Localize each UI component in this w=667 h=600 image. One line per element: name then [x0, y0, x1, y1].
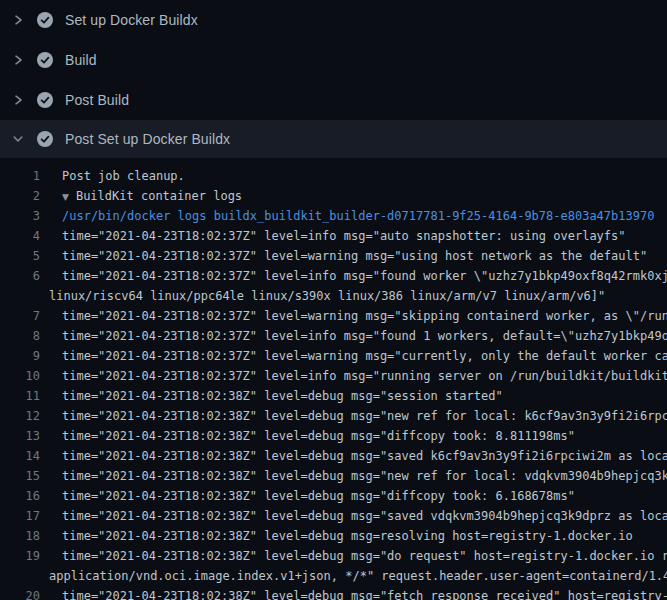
group-toggle-icon[interactable]: ▼ — [62, 192, 69, 202]
log-text: time="2021-04-23T18:02:37Z" level=warnin… — [62, 306, 667, 326]
line-number[interactable]: 10 — [0, 366, 40, 386]
check-circle-icon — [37, 131, 53, 147]
log-text: ▼BuildKit container logs — [62, 186, 242, 206]
log-line: 18 time="2021-04-23T18:02:38Z" level=deb… — [0, 526, 667, 546]
chevron-icon[interactable] — [11, 132, 25, 146]
log-text: time="2021-04-23T18:02:38Z" level=debug … — [62, 546, 667, 566]
log-line: 12 time="2021-04-23T18:02:38Z" level=deb… — [0, 406, 667, 426]
line-number[interactable]: 6 — [0, 266, 40, 286]
log-line: 15 time="2021-04-23T18:02:38Z" level=deb… — [0, 466, 667, 486]
log-text: time="2021-04-23T18:02:37Z" level=info m… — [62, 226, 626, 246]
line-number[interactable]: 13 — [0, 426, 40, 446]
step-row-build[interactable]: Build — [0, 40, 667, 80]
step-row-set-up-docker-buildx[interactable]: Set up Docker Buildx — [0, 0, 667, 40]
log-line: 4 time="2021-04-23T18:02:37Z" level=info… — [0, 226, 667, 246]
log-line: 20 time="2021-04-23T18:02:38Z" level=deb… — [0, 586, 667, 600]
command-text: /usr/bin/docker logs buildx_buildkit_bui… — [62, 206, 654, 226]
log-text: time="2021-04-23T18:02:38Z" level=debug … — [62, 526, 633, 546]
step-list: Set up Docker Buildx Build — [0, 0, 667, 158]
log-line: 16 time="2021-04-23T18:02:38Z" level=deb… — [0, 486, 667, 506]
log-text: time="2021-04-23T18:02:38Z" level=debug … — [62, 486, 575, 506]
line-number[interactable]: 12 — [0, 406, 40, 426]
check-circle-icon — [37, 12, 53, 28]
log-text: time="2021-04-23T18:02:37Z" level=info m… — [62, 366, 667, 386]
line-number[interactable]: 19 — [0, 546, 40, 566]
log-line: 2 ▼BuildKit container logs — [0, 186, 667, 206]
log-line: application/vnd.oci.image.index.v1+json,… — [0, 566, 667, 586]
chevron-right-icon — [12, 94, 24, 106]
log-line: 10 time="2021-04-23T18:02:37Z" level=inf… — [0, 366, 667, 386]
log-text: time="2021-04-23T18:02:37Z" level=info m… — [62, 266, 667, 286]
chevron-right-icon — [12, 14, 24, 26]
step-label: Post Build — [65, 93, 129, 107]
line-number[interactable]: 9 — [0, 346, 40, 366]
log-text: time="2021-04-23T18:02:37Z" level=info m… — [62, 326, 667, 346]
step-label: Build — [65, 53, 97, 67]
chevron-icon[interactable] — [11, 53, 25, 67]
log-line: 3 /usr/bin/docker logs buildx_buildkit_b… — [0, 206, 667, 226]
log-text: application/vnd.oci.image.index.v1+json,… — [49, 566, 667, 586]
log-line: 14 time="2021-04-23T18:02:38Z" level=deb… — [0, 446, 667, 466]
chevron-icon[interactable] — [11, 93, 25, 107]
group-label[interactable]: BuildKit container logs — [76, 189, 242, 203]
log-text: time="2021-04-23T18:02:38Z" level=debug … — [62, 466, 667, 486]
log-line: 6 time="2021-04-23T18:02:37Z" level=info… — [0, 266, 667, 286]
line-number[interactable]: 5 — [0, 246, 40, 266]
log-text: time="2021-04-23T18:02:38Z" level=debug … — [62, 426, 575, 446]
line-number[interactable]: 2 — [0, 186, 40, 206]
log-line: 9 time="2021-04-23T18:02:37Z" level=warn… — [0, 346, 667, 366]
step-label: Post Set up Docker Buildx — [65, 132, 230, 146]
log-line: 1 Post job cleanup. — [0, 166, 667, 186]
line-number[interactable]: 1 — [0, 166, 40, 186]
line-number[interactable]: 3 — [0, 206, 40, 226]
log-text: Post job cleanup. — [62, 166, 185, 186]
step-row-post-build[interactable]: Post Build — [0, 80, 667, 120]
log-text: time="2021-04-23T18:02:37Z" level=warnin… — [62, 246, 647, 266]
log-line: 8 time="2021-04-23T18:02:37Z" level=info… — [0, 326, 667, 346]
log-text: time="2021-04-23T18:02:38Z" level=debug … — [62, 386, 503, 406]
log-line: 17 time="2021-04-23T18:02:38Z" level=deb… — [0, 506, 667, 526]
log-line: 13 time="2021-04-23T18:02:38Z" level=deb… — [0, 426, 667, 446]
log-line: 11 time="2021-04-23T18:02:38Z" level=deb… — [0, 386, 667, 406]
log-text: linux/riscv64 linux/ppc64le linux/s390x … — [49, 286, 605, 306]
line-number[interactable]: 18 — [0, 526, 40, 546]
line-number[interactable]: 4 — [0, 226, 40, 246]
line-number[interactable]: 7 — [0, 306, 40, 326]
line-number[interactable]: 17 — [0, 506, 40, 526]
log-text: time="2021-04-23T18:02:38Z" level=debug … — [62, 406, 667, 426]
chevron-icon[interactable] — [11, 13, 25, 27]
step-row-post-set-up-docker-buildx[interactable]: Post Set up Docker Buildx — [0, 120, 667, 158]
check-circle-icon — [37, 92, 53, 108]
log-text: time="2021-04-23T18:02:38Z" level=debug … — [62, 446, 667, 466]
log-line: 5 time="2021-04-23T18:02:37Z" level=warn… — [0, 246, 667, 266]
actions-log-panel: Set up Docker Buildx Build — [0, 0, 667, 600]
line-number[interactable]: 11 — [0, 386, 40, 406]
log-line: linux/riscv64 linux/ppc64le linux/s390x … — [0, 286, 667, 306]
log-line: 19 time="2021-04-23T18:02:38Z" level=deb… — [0, 546, 667, 566]
log-text: time="2021-04-23T18:02:37Z" level=warnin… — [62, 346, 667, 366]
log-line: 7 time="2021-04-23T18:02:37Z" level=warn… — [0, 306, 667, 326]
line-number[interactable]: 20 — [0, 586, 40, 600]
line-number[interactable]: 8 — [0, 326, 40, 346]
check-circle-icon — [37, 52, 53, 68]
log-text: time="2021-04-23T18:02:38Z" level=debug … — [62, 506, 667, 526]
log-text: time="2021-04-23T18:02:38Z" level=debug … — [62, 586, 667, 600]
step-label: Set up Docker Buildx — [65, 13, 198, 27]
log-body: 1 Post job cleanup. 2 ▼BuildKit containe… — [0, 158, 667, 600]
line-number[interactable]: 16 — [0, 486, 40, 506]
line-number[interactable]: 14 — [0, 446, 40, 466]
chevron-down-icon — [12, 133, 24, 145]
chevron-right-icon — [12, 54, 24, 66]
line-number[interactable]: 15 — [0, 466, 40, 486]
